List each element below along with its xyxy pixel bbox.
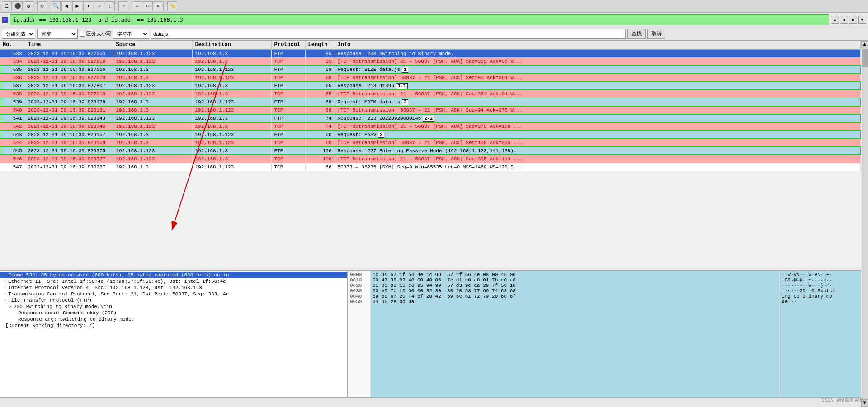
toolbar-icon-6[interactable]: ◀ bbox=[61, 1, 71, 11]
cell-len: 68 bbox=[305, 106, 335, 114]
toolbar-icon-3[interactable]: ↺ bbox=[24, 1, 33, 11]
toolbar-icon-10[interactable]: ↕ bbox=[105, 1, 115, 11]
table-row[interactable]: 538 2023-12-31 09:16:39.827810 192.168.1… bbox=[0, 90, 861, 98]
toolbar-icon-9[interactable]: ⬇ bbox=[94, 1, 104, 11]
table-row[interactable]: 545 2023-12-31 09:16:39.829375 192.168.1… bbox=[0, 147, 861, 155]
right-scrollbar[interactable]: ▲ ▼ bbox=[861, 41, 868, 407]
col-header-destination[interactable]: Destination bbox=[192, 41, 271, 49]
table-row[interactable]: 543 2023-12-31 09:16:39.829157 192.168.1… bbox=[0, 131, 861, 139]
col-header-time[interactable]: Time bbox=[25, 41, 113, 49]
cell-time: 2023-12-31 09:16:39.827263 bbox=[25, 49, 113, 57]
detail-row[interactable]: ›Ethernet II, Src: Intel_1f:56:4e (1c:99… bbox=[0, 278, 347, 285]
hex-panel[interactable]: 0000 0010 0020 0030 0040 0050 1c 99 57 1… bbox=[348, 271, 861, 397]
table-row[interactable]: 540 2023-12-31 09:16:39.828181 192.168.1… bbox=[0, 106, 861, 114]
table-row[interactable]: 534 2023-12-31 09:16:39.827266 192.168.1… bbox=[0, 57, 861, 65]
filter-back-button[interactable]: ◀ bbox=[840, 16, 848, 24]
cell-src: 192.168.1.123 bbox=[113, 90, 192, 98]
scroll-thumb[interactable] bbox=[862, 49, 868, 67]
cell-no: 536 bbox=[0, 74, 25, 82]
case-checkbox[interactable] bbox=[80, 31, 85, 37]
cancel-button[interactable]: 取消 bbox=[647, 29, 665, 39]
cell-proto: FTP bbox=[271, 65, 305, 74]
filter-input[interactable] bbox=[10, 14, 829, 25]
cell-src: 192.168.1.123 bbox=[113, 147, 192, 155]
packet-table-scroll[interactable]: No. Time Source Destination Protocol Len… bbox=[0, 41, 861, 270]
cell-proto: TCP bbox=[271, 122, 305, 131]
detail-row[interactable]: ›Frame 533: 85 bytes on wire (680 bits),… bbox=[0, 272, 347, 278]
scroll-up-arrow[interactable]: ▲ bbox=[861, 41, 868, 48]
col-header-protocol[interactable]: Protocol bbox=[271, 41, 305, 49]
detail-row[interactable]: ›File Transfer Protocol (FTP) bbox=[0, 297, 347, 304]
col-header-no[interactable]: No. bbox=[0, 41, 25, 49]
col-header-length[interactable]: Length bbox=[305, 41, 335, 49]
width-select[interactable]: 宽窄 bbox=[37, 29, 78, 39]
cell-no: 547 bbox=[0, 163, 25, 171]
table-header: No. Time Source Destination Protocol Len… bbox=[0, 41, 861, 49]
table-row[interactable]: 539 2023-12-31 09:16:39.828178 192.168.1… bbox=[0, 98, 861, 106]
cell-no: 538 bbox=[0, 90, 25, 98]
table-row[interactable]: 544 2023-12-31 09:16:39.829159 192.168.1… bbox=[0, 139, 861, 147]
cell-proto: TCP bbox=[271, 90, 305, 98]
detail-row[interactable]: Response code: Command okay (200) bbox=[0, 310, 347, 316]
toolbar-icon-5[interactable]: 🔍 bbox=[51, 1, 61, 11]
packet-list: 533 2023-12-31 09:16:39.827263 192.168.1… bbox=[0, 49, 861, 171]
toolbar-icon-1[interactable]: 🗋 bbox=[2, 1, 12, 11]
cell-src: 192.168.1.3 bbox=[113, 98, 192, 106]
cell-src: 192.168.1.123 bbox=[113, 49, 192, 57]
detail-row[interactable]: [Current working directory: /] bbox=[0, 323, 347, 329]
table-row[interactable]: 542 2023-12-31 09:16:39.828346 192.168.1… bbox=[0, 122, 861, 131]
detail-row[interactable]: ›Transmission Control Protocol, Src Port… bbox=[0, 291, 347, 297]
cell-time: 2023-12-31 09:16:39.827266 bbox=[25, 57, 113, 65]
detail-text: File Transfer Protocol (FTP) bbox=[8, 298, 92, 303]
detail-row[interactable]: ›Internet Protocol Version 4, Src: 192.1… bbox=[0, 285, 347, 291]
scroll-track[interactable] bbox=[862, 48, 868, 399]
toolbar-icon-2[interactable]: ⚫ bbox=[13, 1, 23, 11]
cell-src: 192.168.1.123 bbox=[113, 114, 192, 122]
table-row[interactable]: 536 2023-12-31 09:16:39.827670 192.168.1… bbox=[0, 74, 861, 82]
cell-proto: FTP bbox=[271, 98, 305, 106]
col-header-info[interactable]: Info bbox=[335, 41, 861, 49]
table-row[interactable]: 533 2023-12-31 09:16:39.827263 192.168.1… bbox=[0, 49, 861, 57]
toolbar-icon-12[interactable]: ⊕ bbox=[132, 1, 142, 11]
cell-info: [TCP Retransmission] 21 → 50837 [PSH, AC… bbox=[335, 90, 861, 98]
detail-row[interactable]: ›200 Switching to Binary mode.\r\n bbox=[0, 304, 347, 310]
cell-dst: 192.168.1.123 bbox=[192, 106, 271, 114]
col-header-source[interactable]: Source bbox=[113, 41, 192, 49]
toolbar-icon-15[interactable]: 📏 bbox=[167, 1, 177, 11]
search-input[interactable] bbox=[151, 29, 626, 39]
packet-table: No. Time Source Destination Protocol Len… bbox=[0, 41, 861, 171]
cell-dst: 192.168.1.3 bbox=[192, 49, 271, 57]
status-bar bbox=[0, 397, 861, 407]
main-content: No. Time Source Destination Protocol Len… bbox=[0, 41, 861, 407]
table-row[interactable]: 541 2023-12-31 09:16:39.828343 192.168.1… bbox=[0, 114, 861, 122]
cell-dst: 192.168.1.3 bbox=[192, 57, 271, 65]
cell-len: 60 bbox=[305, 139, 335, 147]
cell-time: 2023-12-31 09:16:39.827670 bbox=[25, 74, 113, 82]
table-row[interactable]: 535 2023-12-31 09:16:39.827666 192.168.1… bbox=[0, 65, 861, 74]
detail-text: Transmission Control Protocol, Src Port:… bbox=[8, 291, 229, 297]
filter-add-button[interactable]: + bbox=[858, 16, 866, 24]
toolbar-icon-7[interactable]: ▶ bbox=[72, 1, 82, 11]
table-row[interactable]: 547 2023-12-31 09:16:39.830287 192.168.1… bbox=[0, 163, 861, 171]
filter-close-button[interactable]: ✕ bbox=[831, 16, 839, 24]
cell-dst: 192.168.1.123 bbox=[192, 131, 271, 139]
find-button[interactable]: 查找 bbox=[627, 29, 646, 39]
table-row[interactable]: 546 2023-12-31 09:16:39.829377 192.168.1… bbox=[0, 155, 861, 163]
toolbar-icon-8[interactable]: ⬆ bbox=[83, 1, 93, 11]
cell-dst: 192.168.1.123 bbox=[192, 98, 271, 106]
toolbar-icon-11[interactable]: ≡ bbox=[118, 1, 128, 11]
toolbar-icon-14[interactable]: ⊕ bbox=[154, 1, 164, 11]
group-select[interactable]: 分组列表 bbox=[2, 29, 35, 39]
table-row[interactable]: 537 2023-12-31 09:16:39.827807 192.168.1… bbox=[0, 82, 861, 90]
toolbar-icon-13[interactable]: ⊖ bbox=[143, 1, 153, 11]
toolbar-icon-4[interactable]: ⚙ bbox=[37, 1, 47, 11]
cell-no: 535 bbox=[0, 65, 25, 74]
cell-time: 2023-12-31 09:16:39.828178 bbox=[25, 98, 113, 106]
type-select[interactable]: 字符串 bbox=[113, 29, 149, 39]
cell-len: 74 bbox=[305, 114, 335, 122]
detail-row[interactable]: Response arg: Switching to Binary mode. bbox=[0, 316, 347, 323]
filter-forward-button[interactable]: ▶ bbox=[849, 16, 857, 24]
detail-panel[interactable]: ›Frame 533: 85 bytes on wire (680 bits),… bbox=[0, 271, 348, 397]
cell-info: [TCP Retransmission] 50837 → 21 [PSH, AC… bbox=[335, 139, 861, 147]
cell-info: Request: SIZE data.js1 bbox=[335, 65, 861, 74]
